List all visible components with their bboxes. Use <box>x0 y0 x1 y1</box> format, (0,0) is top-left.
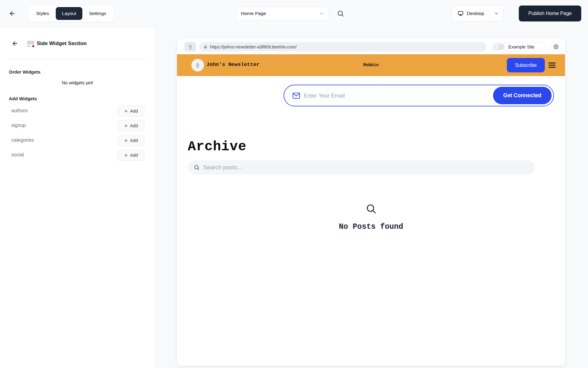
monitor-icon <box>458 10 464 17</box>
add-categories-button[interactable]: Add <box>117 135 145 146</box>
device-preview-control: Desktop <box>452 6 503 21</box>
layout-sidebar: Side Widget Section Order Widgets No wid… <box>0 27 155 368</box>
search-icon <box>337 10 344 17</box>
archive-heading: Archive <box>188 139 247 154</box>
add-widgets-heading: Add Widgets <box>9 96 37 101</box>
toggle-knob <box>493 44 498 49</box>
empty-state: No Posts found <box>177 203 565 231</box>
sidebar-section-title: Side Widget Section <box>37 40 87 47</box>
order-widgets-heading: Order Widgets <box>9 69 40 75</box>
plus-icon <box>124 153 128 157</box>
subscribe-button[interactable]: Subscribe <box>507 58 545 72</box>
search-icon <box>366 203 377 214</box>
beehiiv-logo-button[interactable] <box>184 42 196 52</box>
editor-tab-group: Styles Layout Settings <box>28 5 114 22</box>
newsletter-header: John's Newsletter Mobbin Subscribe <box>177 54 565 76</box>
publish-home-page-button[interactable]: Publish Home Page <box>519 6 581 21</box>
tab-settings[interactable]: Settings <box>83 7 112 20</box>
side-widget-section-icon <box>27 41 35 47</box>
preview-settings-button[interactable] <box>550 42 562 52</box>
page-selector[interactable]: Home Page <box>236 6 329 21</box>
page-selector-value: Home Page <box>241 11 266 16</box>
back-button[interactable] <box>8 9 17 18</box>
arrow-left-icon <box>9 10 16 17</box>
lock-icon <box>203 45 208 49</box>
chevron-down-icon <box>494 11 499 16</box>
url-input[interactable] <box>210 44 473 49</box>
site-preview-window: Example Site John's Newsletter Mobbin Su… <box>177 39 565 366</box>
tab-layout[interactable]: Layout <box>56 7 82 20</box>
widget-label: signup <box>11 123 26 128</box>
device-selector-caret[interactable] <box>490 6 503 21</box>
order-widgets-empty-text: No widgets yet! <box>0 80 155 85</box>
example-site-control: Example Site <box>491 42 546 52</box>
example-site-label: Example Site <box>508 44 534 49</box>
url-bar[interactable] <box>199 42 486 52</box>
envelope-icon <box>292 92 300 99</box>
get-connected-button[interactable]: Get Connected <box>493 87 552 104</box>
email-signup-bar: Get Connected <box>284 85 554 106</box>
empty-state-text: No Posts found <box>177 222 565 231</box>
add-authors-button[interactable]: Add <box>117 105 145 117</box>
post-search-bar <box>188 160 535 174</box>
search-icon <box>194 164 200 171</box>
tab-styles[interactable]: Styles <box>30 7 55 20</box>
plus-icon <box>124 124 128 128</box>
widget-row-social: social Add <box>0 150 155 161</box>
chevron-down-icon <box>319 11 324 16</box>
search-button[interactable] <box>336 9 345 18</box>
widget-label: authors <box>11 108 28 113</box>
widget-row-authors: authors Add <box>0 105 155 117</box>
sidebar-back-button[interactable] <box>11 40 19 48</box>
widget-row-categories: categories Add <box>0 135 155 146</box>
plus-icon <box>124 109 128 113</box>
plus-icon <box>124 139 128 143</box>
post-search-input[interactable] <box>203 163 509 172</box>
preview-pane: Example Site John's Newsletter Mobbin Su… <box>156 27 588 368</box>
widget-label: social <box>11 152 24 158</box>
widget-label: categories <box>11 137 34 143</box>
add-signup-button[interactable]: Add <box>117 120 145 131</box>
x-icon <box>494 45 497 48</box>
menu-icon[interactable] <box>548 63 556 68</box>
example-site-toggle[interactable] <box>492 44 505 50</box>
editor-toolbar: Styles Layout Settings Home Page Desktop… <box>0 0 588 27</box>
add-social-button[interactable]: Add <box>117 150 145 161</box>
widget-row-signup: signup Add <box>0 120 155 131</box>
arrow-left-icon <box>12 40 18 47</box>
device-selector[interactable]: Desktop <box>452 6 490 21</box>
device-selector-value: Desktop <box>467 11 484 16</box>
beehiiv-hive-icon <box>188 44 193 49</box>
divider <box>9 59 145 59</box>
email-input[interactable] <box>304 90 451 102</box>
browser-chrome: Example Site <box>177 39 565 54</box>
gear-icon <box>553 44 559 49</box>
